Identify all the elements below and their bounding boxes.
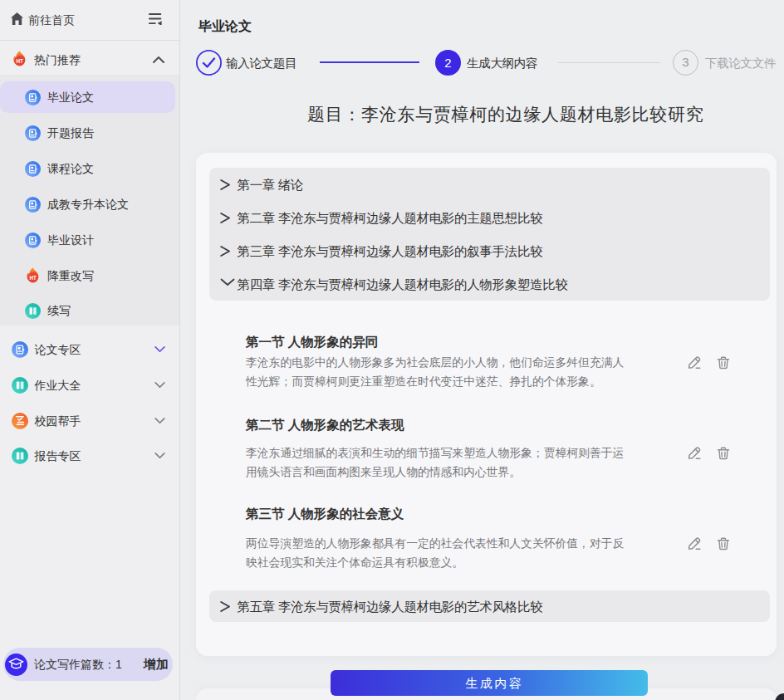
svg-text:HT: HT: [29, 275, 37, 281]
svg-text:HT: HT: [16, 58, 23, 64]
